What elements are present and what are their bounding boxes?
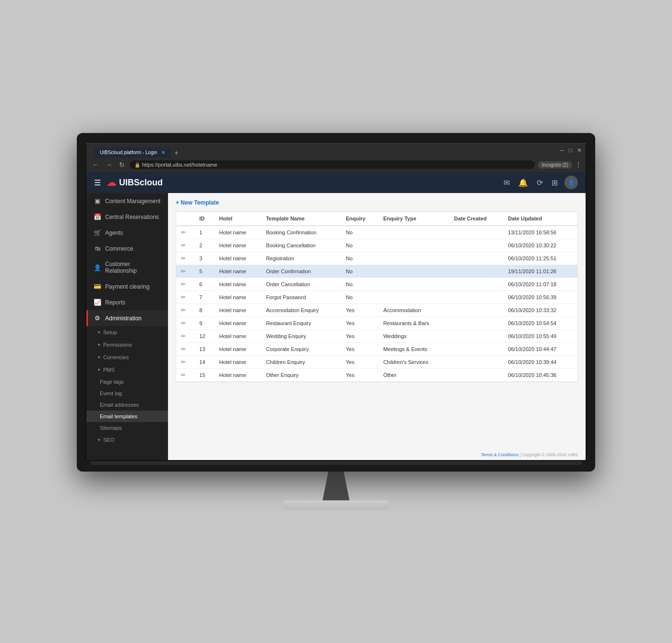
sidebar-item-commerce[interactable]: 🛍 Commerce — [86, 241, 168, 256]
incognito-badge: Incognito (2) — [538, 161, 572, 169]
edit-icon[interactable]: ✏ — [181, 333, 186, 340]
tab-close-button[interactable]: ✕ — [161, 150, 165, 155]
sidebar-sub-page-tags[interactable]: Page tags — [86, 376, 168, 388]
sidebar-sub-email-templates[interactable]: Email templates — [86, 411, 168, 422]
sidebar-sub-sitemaps[interactable]: Sitemaps — [86, 422, 168, 434]
reload-button[interactable]: ↻ — [117, 160, 127, 170]
table-row[interactable]: ✏5Hotel nameOrder ConfirmationNo19/11/20… — [176, 265, 577, 278]
sidebar-item-agents[interactable]: 🛒 Agents — [86, 225, 168, 241]
grid-icon[interactable]: ⊞ — [550, 176, 560, 189]
email-templates-label: Email templates — [100, 413, 137, 419]
address-bar[interactable]: 🔒 https://portal.uibs.net/hotelname — [130, 160, 535, 169]
page-tags-label: Page tags — [100, 379, 124, 385]
forward-button[interactable]: → — [104, 160, 114, 170]
table-row[interactable]: ✏15Hotel nameOther EnquiryYesOther06/10/… — [176, 369, 577, 382]
terms-link[interactable]: Terms & Conditions — [481, 452, 518, 457]
administration-icon: ⚙ — [94, 315, 101, 322]
sidebar-group-permissions[interactable]: ▾ Permissions — [86, 339, 168, 351]
table-row[interactable]: ✏12Hotel nameWedding EnquiryYesWeddings0… — [176, 330, 577, 343]
edit-icon[interactable]: ✏ — [181, 255, 186, 262]
sidebar-label-content-management: Content Management — [105, 198, 160, 205]
edit-icon[interactable]: ✏ — [181, 281, 186, 288]
sidebar-label-customer-relationship: Customer Relationship — [105, 261, 162, 274]
table-row[interactable]: ✏1Hotel nameBooking ConfirmationNo13/11/… — [176, 226, 577, 239]
payment-clearing-icon: 💳 — [94, 283, 101, 290]
agents-icon: 🛒 — [94, 229, 101, 236]
col-template-name: Template Name — [261, 212, 341, 226]
col-enquiry: Enquiry — [341, 212, 378, 226]
sidebar-group-setup[interactable]: ▾ Setup — [86, 326, 168, 339]
logo: ☁ UIBScloud — [107, 177, 163, 188]
top-navigation: ☰ ☁ UIBScloud ✉ 🔔 ⟳ ⊞ 👤 — [86, 172, 586, 193]
back-button[interactable]: ← — [90, 160, 101, 170]
sidebar-item-administration[interactable]: ⚙ Administration — [86, 310, 168, 326]
reports-icon: 📈 — [94, 299, 101, 306]
col-enquiry-type: Enquiry Type — [378, 212, 449, 226]
sidebar-label-agents: Agents — [105, 230, 123, 236]
edit-icon[interactable]: ✏ — [181, 268, 186, 275]
table-row[interactable]: ✏9Hotel nameRestaurant EnquiryYesRestaur… — [176, 317, 577, 330]
more-options-button[interactable]: ⋮ — [575, 161, 582, 169]
sidebar-label-central-reservations: Central Reservations — [105, 214, 159, 220]
close-window-button[interactable]: ✕ — [577, 147, 582, 154]
permissions-label: Permissions — [103, 342, 132, 348]
sidebar-item-central-reservations[interactable]: 📅 Central Reservations — [86, 209, 168, 225]
col-edit — [176, 212, 194, 226]
commerce-icon: 🛍 — [94, 245, 101, 252]
sitemaps-label: Sitemaps — [100, 425, 122, 431]
sync-icon[interactable]: ⟳ — [535, 176, 545, 189]
sidebar-group-pms[interactable]: ▾ PMS — [86, 364, 168, 376]
email-addresses-label: Email addresses — [100, 402, 139, 408]
sidebar-sub-email-addresses[interactable]: Email addresses — [86, 399, 168, 411]
sidebar-item-reports[interactable]: 📈 Reports — [86, 294, 168, 310]
central-reservations-icon: 📅 — [94, 213, 101, 220]
currencies-label: Currencies — [103, 354, 129, 360]
edit-icon[interactable]: ✏ — [181, 294, 186, 301]
table-row[interactable]: ✏8Hotel nameAccomodation EnquiryYesAccom… — [176, 304, 577, 317]
chevron-permissions: ▾ — [98, 342, 100, 347]
user-avatar[interactable]: 👤 — [564, 176, 578, 189]
chevron-pms: ▾ — [98, 367, 100, 372]
hamburger-menu-button[interactable]: ☰ — [94, 178, 101, 187]
col-date-updated: Date Updated — [503, 212, 577, 226]
event-log-label: Event log — [100, 390, 122, 396]
table-row[interactable]: ✏14Hotel nameChildren EnquiryYesChildren… — [176, 356, 577, 369]
edit-icon[interactable]: ✏ — [181, 320, 186, 327]
edit-icon[interactable]: ✏ — [181, 229, 186, 236]
chevron-seo: ▾ — [98, 437, 100, 442]
col-id: ID — [194, 212, 214, 226]
logo-text: UIBScloud — [119, 178, 163, 188]
table-row[interactable]: ✏13Hotel nameCorporate EnquiryYesMeeting… — [176, 343, 577, 356]
sidebar-item-customer-relationship[interactable]: 👤 Customer Relationship — [86, 256, 168, 279]
edit-icon[interactable]: ✏ — [181, 242, 186, 249]
content-header: + New Template — [168, 193, 586, 211]
sidebar-group-seo[interactable]: ▾ SEO — [86, 434, 168, 446]
tab-add-button[interactable]: + — [172, 148, 181, 158]
edit-icon[interactable]: ✏ — [181, 307, 186, 314]
new-template-button[interactable]: + New Template — [176, 199, 219, 206]
table-row[interactable]: ✏7Hotel nameForgot PasswordNo06/10/2020 … — [176, 291, 577, 304]
notifications-icon[interactable]: 🔔 — [516, 176, 530, 189]
table-row[interactable]: ✏2Hotel nameBooking CancellationNo06/10/… — [176, 239, 577, 252]
sidebar: ▣ Content Management 📅 Central Reservati… — [86, 193, 168, 460]
sidebar-group-currencies[interactable]: ▾ Currencies — [86, 351, 168, 364]
edit-icon[interactable]: ✏ — [181, 372, 186, 378]
sidebar-label-administration: Administration — [105, 315, 142, 322]
copyright: Copyright © 2005-2020 UIBS — [522, 452, 578, 457]
seo-label: SEO — [103, 437, 114, 443]
sidebar-sub-event-log[interactable]: Event log — [86, 388, 168, 399]
customer-relationship-icon: 👤 — [94, 264, 101, 271]
chevron-currencies: ▾ — [98, 355, 100, 360]
sidebar-item-payment-clearing[interactable]: 💳 Payment clearing — [86, 279, 168, 294]
edit-icon[interactable]: ✏ — [181, 346, 186, 352]
url-text: https://portal.uibs.net/hotelname — [142, 162, 217, 168]
email-templates-table-container: ID Hotel Template Name Enquiry Enquiry T… — [176, 211, 578, 382]
sidebar-item-content-management[interactable]: ▣ Content Management — [86, 193, 168, 209]
minimize-button[interactable]: ─ — [560, 147, 564, 154]
browser-tab-active[interactable]: UIBScloud platform - Login ✕ — [94, 147, 171, 158]
restore-button[interactable]: □ — [569, 147, 572, 154]
messages-icon[interactable]: ✉ — [502, 176, 512, 189]
edit-icon[interactable]: ✏ — [181, 359, 186, 365]
table-row[interactable]: ✏6Hotel nameOrder CancellationNo06/10/20… — [176, 278, 577, 291]
table-row[interactable]: ✏3Hotel nameRegistrationNo06/10/2020 11:… — [176, 252, 577, 265]
